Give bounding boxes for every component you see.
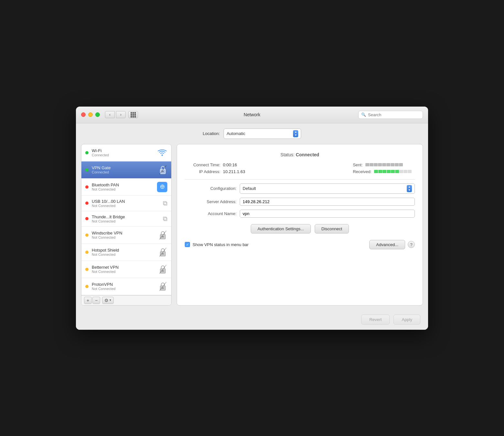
minimize-button[interactable] xyxy=(88,112,93,117)
item-info-bluetooth: Bluetooth PAN Not Connected xyxy=(92,182,157,191)
status-dot-wifi xyxy=(85,151,89,154)
help-button[interactable]: ? xyxy=(408,241,415,248)
location-select[interactable]: Automatic ▲ ▼ xyxy=(224,129,301,139)
item-status-wifi: Connected xyxy=(92,153,157,157)
item-status-betternet: Not Connected xyxy=(92,270,158,274)
item-info-betternet: Betternet VPN Not Connected xyxy=(92,265,158,274)
config-row: Configuration: Default ▲ ▼ xyxy=(185,183,415,194)
item-info-hotspot: Hotspot Shield Not Connected xyxy=(92,248,158,256)
apps-grid-button[interactable] xyxy=(128,111,138,118)
grid-icon xyxy=(131,112,136,118)
item-info-wifi: Wi-Fi Connected xyxy=(92,148,157,157)
revert-button[interactable]: Revert xyxy=(361,315,390,325)
stepper-up-icon: ▲ xyxy=(408,185,411,189)
status-dot-vpngate xyxy=(85,168,89,171)
gear-button[interactable]: ⚙ ▼ xyxy=(102,297,114,304)
add-network-button[interactable]: + xyxy=(84,297,92,304)
titlebar: ‹ › Network 🔍 xyxy=(76,107,428,123)
sent-label: Sent: xyxy=(353,162,362,167)
ethernet-icon-usb: ⧉ xyxy=(163,200,167,207)
show-vpn-checkbox[interactable]: ✓ xyxy=(185,242,190,247)
sidebar-item-proton[interactable]: ProtonVPN Not Connected xyxy=(81,278,171,295)
item-info-vpngate: VPN Gate Connected xyxy=(92,165,158,174)
maximize-button[interactable] xyxy=(95,112,100,117)
remove-network-button[interactable]: − xyxy=(92,297,100,304)
vpngate-lock-icon xyxy=(158,165,167,175)
close-button[interactable] xyxy=(81,112,86,117)
sidebar-item-bluetooth[interactable]: Bluetooth PAN Not Connected ⨸ xyxy=(81,179,171,196)
item-name-proton: ProtonVPN xyxy=(92,282,158,287)
proton-lock-icon xyxy=(158,281,167,292)
search-input[interactable] xyxy=(368,112,420,117)
hotspot-lock-icon xyxy=(158,247,167,257)
sidebar-item-vpngate[interactable]: VPN Gate Connected xyxy=(81,161,171,179)
ip-label: IP Address: xyxy=(188,169,220,174)
sidebar-item-usb[interactable]: USB 10/...00 LAN Not Connected ⧉ xyxy=(81,196,171,211)
location-label: Location: xyxy=(203,131,220,136)
item-name-thunderbolt: Thunde...lt Bridge xyxy=(92,214,163,219)
action-buttons: Authentication Settings... Disconnect xyxy=(185,224,415,234)
account-row: Account Name: xyxy=(185,210,415,218)
server-row: Server Address: xyxy=(185,198,415,206)
wifi-icon xyxy=(157,148,167,158)
sidebar: Wi-Fi Connected xyxy=(81,144,172,306)
sidebar-item-hotspot[interactable]: Hotspot Shield Not Connected xyxy=(81,244,171,261)
apply-button[interactable]: Apply xyxy=(394,315,420,325)
item-status-windscribe: Not Connected xyxy=(92,235,158,239)
item-info-usb: USB 10/...00 LAN Not Connected xyxy=(92,199,163,208)
bluetooth-icon: ⨸ xyxy=(157,182,167,192)
ip-value: 10.211.1.63 xyxy=(223,169,245,174)
item-name-windscribe: Windscribe VPN xyxy=(92,231,158,235)
item-status-bluetooth: Not Connected xyxy=(92,187,157,191)
item-name-vpngate: VPN Gate xyxy=(92,165,158,170)
received-label: Received: xyxy=(353,169,372,174)
server-address-input[interactable] xyxy=(240,198,415,206)
config-value: Default xyxy=(243,186,407,191)
chevron-down-icon: ▼ xyxy=(109,299,112,302)
network-window: ‹ › Network 🔍 Location: Automatic ▲ ▼ xyxy=(76,107,428,330)
sidebar-item-wifi[interactable]: Wi-Fi Connected xyxy=(81,144,171,161)
gear-icon: ⚙ xyxy=(104,298,109,303)
bottom-row: ✓ Show VPN status in menu bar Advanced..… xyxy=(185,240,415,249)
item-status-proton: Not Connected xyxy=(92,287,158,291)
search-icon: 🔍 xyxy=(361,112,366,117)
item-name-hotspot: Hotspot Shield xyxy=(92,248,158,253)
connect-time-label: Connect Time: xyxy=(188,162,220,167)
item-info-proton: ProtonVPN Not Connected xyxy=(92,282,158,291)
status-dot-proton xyxy=(85,285,89,288)
sidebar-item-thunderbolt[interactable]: Thunde...lt Bridge Not Connected ⧉ xyxy=(81,211,171,227)
back-button[interactable]: ‹ xyxy=(105,111,115,118)
search-box[interactable]: 🔍 xyxy=(358,111,423,119)
auth-settings-button[interactable]: Authentication Settings... xyxy=(251,224,311,234)
item-status-hotspot: Not Connected xyxy=(92,253,158,256)
status-row: Status: Connected xyxy=(185,152,415,157)
item-info-thunderbolt: Thunde...lt Bridge Not Connected xyxy=(92,214,163,223)
advanced-button[interactable]: Advanced... xyxy=(369,240,405,249)
divider xyxy=(185,179,415,180)
status-dot-hotspot xyxy=(85,251,89,254)
server-label: Server Address: xyxy=(185,199,236,204)
item-name-betternet: Betternet VPN xyxy=(92,265,158,270)
location-stepper[interactable]: ▲ ▼ xyxy=(293,130,298,137)
betternet-lock-icon xyxy=(158,264,167,275)
main-content: Wi-Fi Connected xyxy=(76,144,428,311)
sidebar-item-betternet[interactable]: Betternet VPN Not Connected xyxy=(81,261,171,278)
status-dot-betternet xyxy=(85,268,89,271)
item-name-bluetooth: Bluetooth PAN xyxy=(92,182,157,187)
item-status-vpngate: Connected xyxy=(92,170,158,174)
status-dot-windscribe xyxy=(85,234,89,237)
item-status-usb: Not Connected xyxy=(92,204,163,208)
sidebar-item-windscribe[interactable]: Windscribe VPN Not Connected xyxy=(81,227,171,244)
account-name-input[interactable] xyxy=(240,210,415,218)
account-label: Account Name: xyxy=(185,211,236,216)
connect-time-value: 0:00:16 xyxy=(223,162,237,167)
config-select[interactable]: Default ▲ ▼ xyxy=(240,183,415,194)
config-stepper[interactable]: ▲ ▼ xyxy=(407,185,412,192)
disconnect-button[interactable]: Disconnect xyxy=(315,224,349,234)
svg-point-0 xyxy=(162,154,163,156)
ethernet-icon-thunderbolt: ⧉ xyxy=(163,215,167,223)
forward-button[interactable]: › xyxy=(116,111,126,118)
network-list: Wi-Fi Connected xyxy=(81,144,171,295)
status-dot-usb xyxy=(85,202,89,205)
show-vpn-label: Show VPN status in menu bar xyxy=(193,242,248,247)
